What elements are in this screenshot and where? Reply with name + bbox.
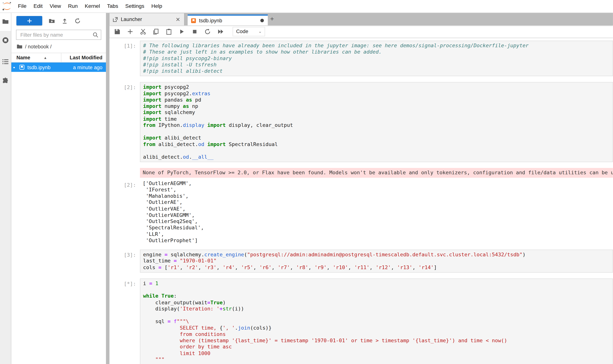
cell-output: ['OutlierAEGMM', 'IForest', 'Mahalanobis… bbox=[140, 180, 613, 244]
notebook-toolbar: Code ⌄ bbox=[109, 26, 613, 38]
menu-bar: FileEditViewRunKernelTabsSettingsHelp bbox=[0, 0, 613, 13]
menu-view[interactable]: View bbox=[46, 0, 65, 13]
file-modified: a minute ago bbox=[73, 64, 106, 70]
notebook-scroll-area[interactable]: [1]:# The following libraries have alrea… bbox=[109, 38, 613, 364]
notebook-cell-in1: [1]:# The following libraries have alrea… bbox=[109, 40, 613, 76]
restart-kernel-icon[interactable] bbox=[204, 28, 211, 35]
save-icon[interactable] bbox=[114, 28, 121, 35]
new-launcher-button[interactable] bbox=[16, 16, 42, 25]
tab-label: Launcher bbox=[121, 16, 172, 22]
close-tab-icon[interactable]: ✕ bbox=[175, 16, 181, 23]
notebook-icon bbox=[191, 18, 196, 23]
interrupt-kernel-icon[interactable] bbox=[191, 28, 198, 35]
file-row-tsdb.ipynb[interactable]: •tsdb.ipynba minute ago bbox=[11, 63, 106, 72]
cell-prompt: [*]: bbox=[109, 278, 140, 287]
jupyterlab-window: FileEditViewRunKernelTabsSettingsHelp bbox=[0, 0, 613, 364]
cut-cells-icon[interactable] bbox=[140, 28, 146, 35]
notebook-cell-in2: [2]:import psycopg2import psycopg2.extra… bbox=[109, 82, 613, 162]
tab-tsdb-notebook[interactable]: tsdb.ipynb bbox=[188, 14, 268, 26]
filter-files-input[interactable] bbox=[20, 31, 93, 38]
filter-files-box bbox=[16, 30, 101, 40]
sidebar-resize-handle[interactable] bbox=[106, 13, 109, 364]
breadcrumb-path: / notebook / bbox=[25, 43, 52, 50]
cell-type-dropdown[interactable]: Code ⌄ bbox=[233, 27, 265, 36]
chevron-down-icon: ⌄ bbox=[258, 29, 262, 34]
table-of-contents-icon[interactable] bbox=[2, 58, 9, 65]
code-editor[interactable]: import psycopg2import psycopg2.extrasimp… bbox=[140, 82, 613, 162]
breadcrumb[interactable]: / notebook / bbox=[16, 43, 101, 50]
new-tab-button[interactable]: + bbox=[268, 15, 277, 26]
refresh-icon[interactable] bbox=[74, 17, 81, 24]
notebook-cell-out2: [2]:['OutlierAEGMM', 'IForest', 'Mahalan… bbox=[109, 180, 613, 244]
code-editor[interactable]: # The following libraries have already b… bbox=[140, 40, 613, 76]
activity-bar bbox=[0, 13, 11, 364]
plus-icon bbox=[27, 18, 32, 23]
notebook-file-icon bbox=[19, 64, 25, 70]
cell-prompt: [2]: bbox=[109, 180, 140, 188]
file-list-header: Name ▲ Last Modified bbox=[11, 53, 106, 63]
menu-kernel[interactable]: Kernel bbox=[81, 0, 104, 13]
column-header-name[interactable]: Name ▲ bbox=[11, 55, 61, 61]
menu-run[interactable]: Run bbox=[65, 0, 81, 13]
sort-ascending-icon: ▲ bbox=[43, 56, 47, 60]
cell-prompt: [1]: bbox=[109, 40, 140, 49]
search-icon bbox=[93, 32, 98, 38]
new-folder-icon[interactable] bbox=[48, 17, 55, 24]
file-name: tsdb.ipynb bbox=[17, 64, 73, 70]
upload-icon[interactable] bbox=[61, 17, 68, 24]
dock-tab-bar: Launcher ✕ tsdb.ipynb + bbox=[109, 13, 613, 25]
stderr-warning: None of PyTorch, TensorFlow >= 2.0, or F… bbox=[140, 168, 613, 178]
unsaved-changes-indicator bbox=[260, 19, 264, 22]
extension-manager-icon[interactable] bbox=[2, 77, 9, 84]
column-header-last-modified[interactable]: Last Modified bbox=[61, 53, 106, 62]
running-file-bullet: • bbox=[11, 64, 17, 70]
menu-file[interactable]: File bbox=[14, 0, 30, 13]
cell-prompt: [2]: bbox=[109, 82, 140, 91]
file-browser-panel: / notebook / Name ▲ Last Modified •tsdb.… bbox=[11, 13, 106, 364]
home-folder-icon bbox=[16, 43, 23, 50]
notebook-cell-in3: [3]:engine = sqlalchemy.create_engine("p… bbox=[109, 250, 613, 273]
menu-help[interactable]: Help bbox=[148, 0, 166, 13]
tab-label: tsdb.ipynb bbox=[199, 17, 258, 24]
run-cell-icon[interactable] bbox=[179, 28, 185, 35]
file-browser-icon[interactable] bbox=[2, 18, 9, 25]
cell-prompt bbox=[109, 168, 140, 170]
tab-launcher[interactable]: Launcher ✕ bbox=[109, 13, 184, 25]
cell-prompt: [3]: bbox=[109, 250, 140, 258]
copy-cells-icon[interactable] bbox=[153, 28, 159, 35]
code-editor[interactable]: engine = sqlalchemy.create_engine("postg… bbox=[140, 250, 613, 273]
launcher-icon bbox=[113, 16, 118, 22]
restart-run-all-icon[interactable] bbox=[218, 28, 224, 35]
notebook-cell-in4: [*]:i = 1 while True: clear_output(wait=… bbox=[109, 278, 613, 364]
running-kernels-icon[interactable] bbox=[2, 37, 9, 44]
menu-edit[interactable]: Edit bbox=[30, 0, 46, 13]
code-editor[interactable]: i = 1 while True: clear_output(wait=True… bbox=[140, 278, 613, 364]
cell-type-value: Code bbox=[236, 28, 248, 34]
menu-settings[interactable]: Settings bbox=[122, 0, 148, 13]
notebook-cell-stderr: None of PyTorch, TensorFlow >= 2.0, or F… bbox=[109, 168, 613, 178]
jupyter-logo bbox=[2, 1, 12, 11]
add-cell-icon[interactable] bbox=[127, 28, 133, 35]
paste-cells-icon[interactable] bbox=[166, 28, 172, 35]
menu-tabs[interactable]: Tabs bbox=[104, 0, 122, 13]
